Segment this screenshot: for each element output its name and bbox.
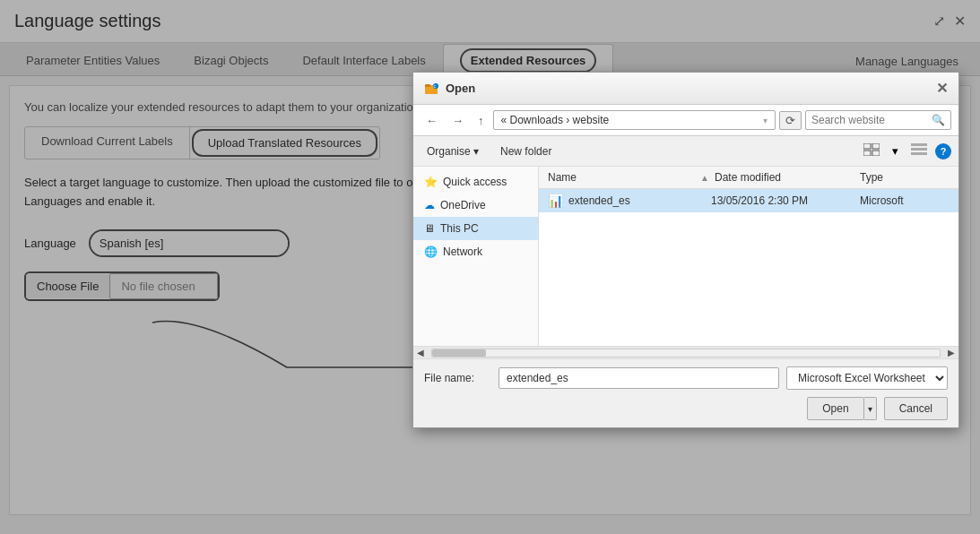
open-dropdown-button[interactable]: ▾ (864, 397, 877, 420)
col-name-header[interactable]: Name (548, 171, 698, 184)
view-list-button[interactable]: ▾ (888, 142, 903, 160)
scrollbar-thumb[interactable] (432, 349, 486, 357)
svg-rect-9 (911, 148, 927, 151)
help-button[interactable]: ? (935, 143, 951, 159)
svg-rect-1 (425, 84, 430, 87)
toolbar-right: ▾ ? (859, 141, 951, 161)
new-folder-button[interactable]: New folder (494, 142, 558, 161)
file-row[interactable]: 📊 extended_es 13/05/2016 2:30 PM Microso… (539, 189, 958, 212)
open-button-group: Open ▾ (807, 397, 876, 420)
search-icon: 🔍 (932, 114, 945, 126)
back-button[interactable]: ← (421, 111, 443, 130)
file-date: 13/05/2016 2:30 PM (711, 194, 854, 207)
address-path[interactable]: « Downloads › website ▾ (493, 110, 776, 130)
sidebar-item-network[interactable]: 🌐 Network (413, 240, 538, 263)
network-icon: 🌐 (424, 245, 438, 258)
view-details-button[interactable] (906, 141, 932, 161)
cancel-button[interactable]: Cancel (884, 397, 948, 420)
file-name: extended_es (568, 194, 706, 207)
up-button[interactable]: ↑ (473, 111, 490, 130)
dialog-sidebar: ⭐ Quick access ☁ OneDrive 🖥 This PC 🌐 Ne… (413, 167, 539, 346)
quick-access-icon: ⭐ (424, 176, 438, 188)
svg-rect-7 (872, 151, 880, 156)
svg-rect-6 (863, 151, 871, 156)
col-type-header[interactable]: Type (860, 171, 950, 184)
svg-rect-8 (911, 143, 927, 146)
svg-rect-5 (872, 143, 880, 149)
dialog-title-bar-left: C Open (424, 82, 475, 96)
onedrive-icon: ☁ (424, 199, 435, 211)
dialog-title-text: Open (446, 82, 475, 95)
folder-icon: C (424, 82, 438, 96)
scrollbar-track (431, 349, 941, 357)
address-dropdown-icon: ▾ (763, 116, 768, 125)
file-type: Microsoft (860, 194, 950, 207)
sort-icon: ▲ (700, 173, 709, 183)
search-box: 🔍 (805, 110, 951, 130)
scroll-left-button[interactable]: ◀ (413, 348, 428, 357)
open-file-dialog: C Open ✕ ← → ↑ « Downloads › website ▾ ⟳… (412, 72, 959, 428)
this-pc-icon: 🖥 (424, 222, 435, 235)
file-type-select[interactable]: Microsoft Excel Worksheet All Files (786, 366, 948, 390)
horizontal-scrollbar[interactable]: ◀ ▶ (413, 346, 958, 358)
svg-rect-4 (863, 143, 871, 149)
dialog-file-area: Name ▲ Date modified Type 📊 extended_es … (539, 167, 958, 346)
col-date-header[interactable]: Date modified (715, 171, 858, 184)
dialog-toolbar: Organise ▾ New folder ▾ ? (413, 136, 958, 167)
svg-rect-10 (911, 152, 927, 155)
dialog-title-bar: C Open ✕ (413, 73, 958, 105)
dialog-body: ⭐ Quick access ☁ OneDrive 🖥 This PC 🌐 Ne… (413, 167, 958, 346)
dialog-address-bar: ← → ↑ « Downloads › website ▾ ⟳ 🔍 (413, 105, 958, 136)
file-name-input[interactable] (499, 367, 779, 389)
address-path-text: « Downloads › website (501, 114, 610, 126)
footer-filename-row: File name: Microsoft Excel Worksheet All… (424, 366, 948, 390)
sidebar-item-this-pc[interactable]: 🖥 This PC (413, 217, 538, 240)
open-button[interactable]: Open (807, 397, 863, 420)
scroll-right-button[interactable]: ▶ (944, 348, 958, 357)
dialog-footer: File name: Microsoft Excel Worksheet All… (413, 358, 958, 427)
view-toggle-button[interactable] (859, 141, 884, 161)
main-panel: Language settings ⤢ ✕ Parameter Entities… (0, 0, 980, 534)
excel-icon: 📊 (548, 194, 563, 208)
forward-button[interactable]: → (447, 111, 469, 130)
sidebar-item-onedrive[interactable]: ☁ OneDrive (413, 194, 538, 217)
file-list-header: Name ▲ Date modified Type (539, 167, 958, 189)
file-name-label: File name: (424, 372, 491, 384)
footer-buttons: Open ▾ Cancel (424, 397, 948, 420)
dialog-close-button[interactable]: ✕ (936, 80, 948, 97)
organise-button[interactable]: Organise ▾ (421, 142, 485, 161)
svg-text:C: C (434, 84, 437, 89)
sidebar-item-quick-access[interactable]: ⭐ Quick access (413, 170, 538, 194)
refresh-button[interactable]: ⟳ (779, 111, 802, 130)
search-input[interactable] (811, 114, 928, 126)
